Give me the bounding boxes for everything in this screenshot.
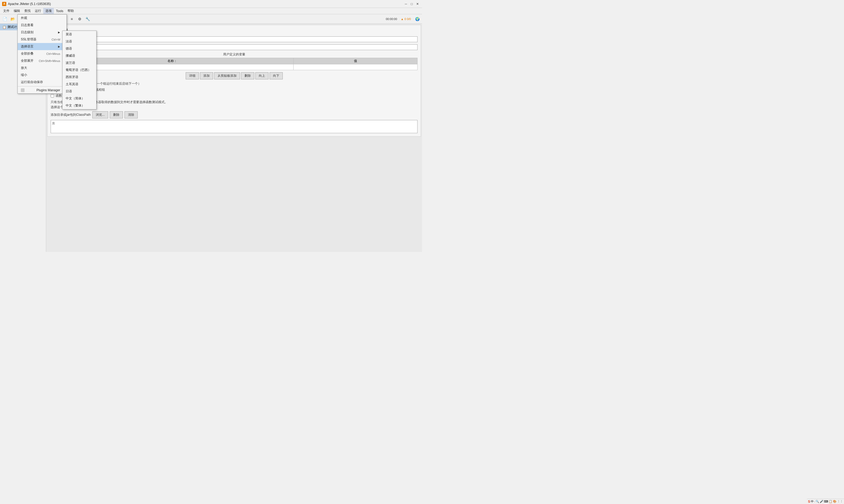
- menu-log-viewer[interactable]: 日志查看: [18, 22, 67, 29]
- detail-button[interactable]: 详细: [186, 72, 199, 79]
- name-input[interactable]: [63, 36, 417, 42]
- open-button[interactable]: 📂: [9, 15, 16, 23]
- user-vars-title: 用户定义的变量: [51, 52, 417, 57]
- menu-edit[interactable]: 编辑: [12, 8, 22, 14]
- lang-tr[interactable]: 土耳其语: [62, 81, 96, 88]
- classpath-clear-button[interactable]: 清除: [125, 111, 138, 119]
- title-bar: A Apache JMeter (5.1 r1853635) ─ □ ✕: [0, 0, 422, 8]
- menu-bar: 文件 编辑 查找 运行 选项 Tools 帮助: [0, 8, 422, 14]
- maximize-button[interactable]: □: [409, 2, 414, 6]
- browse-button[interactable]: 浏览...: [92, 111, 108, 119]
- menu-run[interactable]: 运行: [33, 8, 43, 14]
- add-button[interactable]: 添加: [200, 72, 213, 79]
- menu-search[interactable]: 查找: [22, 8, 33, 14]
- checkbox3-row: 函数测试模式: [51, 94, 417, 98]
- checkbox2-row: 主线程结束后运行 tearDown线程组: [51, 88, 417, 92]
- classpath-delete-button[interactable]: 删除: [110, 111, 123, 119]
- window-title: Apache JMeter (5.1 r1853635): [8, 2, 51, 6]
- close-button[interactable]: ✕: [415, 2, 420, 6]
- lang-submenu: 英语 法语 德语 挪威语 波兰语 葡萄牙语（巴西） 西班牙语 土耳其语 日语 中…: [62, 31, 96, 109]
- lang-pl[interactable]: 波兰语: [62, 59, 96, 67]
- toolbar-status: 00:00:00 ▲ 0 0/0 🌍: [385, 15, 421, 23]
- menu-plugins-manager[interactable]: Plugins Manager: [18, 87, 67, 93]
- menu-autosave[interactable]: 运行前自动保存: [18, 78, 67, 86]
- minimize-button[interactable]: ─: [403, 2, 408, 6]
- delete-button[interactable]: 删除: [241, 72, 254, 79]
- lang-de[interactable]: 德语: [62, 45, 96, 52]
- lang-fr[interactable]: 法语: [62, 38, 96, 45]
- lang-no[interactable]: 挪威语: [62, 52, 96, 59]
- menu-log-filter[interactable]: 日志级别 ▶: [18, 29, 67, 36]
- status-warning: ▲ 0 0/0: [400, 17, 412, 21]
- options-menu: 外观 日志查看 日志级别 ▶ SSL管理器 Ctrl+M 选择语言 ▶ 全部折叠…: [17, 14, 67, 94]
- lang-zh-tw[interactable]: 中文（繁体）: [62, 102, 96, 109]
- menu-tools[interactable]: Tools: [54, 8, 66, 14]
- list-btn[interactable]: ≡: [68, 15, 75, 23]
- menu-help[interactable]: 帮助: [66, 8, 76, 14]
- ssl-shortcut: Ctrl+M: [52, 38, 60, 41]
- app-icon: A: [2, 2, 6, 6]
- name-field-row: 名称：: [51, 36, 417, 42]
- menu-appearance[interactable]: 外观: [18, 15, 67, 22]
- log-filter-arrow: ▶: [58, 31, 60, 34]
- lang-arrow: ▶: [58, 45, 60, 48]
- lang-en[interactable]: 英语: [62, 31, 96, 38]
- col-value-header: 值: [293, 58, 417, 64]
- table-cell-value: [293, 64, 417, 70]
- user-vars-table: 名称： 值: [51, 58, 417, 70]
- checkbox3[interactable]: [51, 94, 54, 97]
- menu-collapse-all[interactable]: 全部折叠 Ctrl+Minus: [18, 50, 67, 57]
- lang-es[interactable]: 西班牙语: [62, 74, 96, 81]
- add-clipboard-button[interactable]: 从剪贴板添加: [214, 72, 240, 79]
- comments-field-row: 注释：: [51, 44, 417, 50]
- classpath-row: 添加目录或jar包到ClassPath 浏览... 删除 清除: [51, 111, 417, 119]
- lib-area: 库: [51, 120, 417, 133]
- info-text: 只有当你需要记录每个请求从服务器取得的数据到文件时才需要选择函数测试模式。 选择…: [51, 100, 417, 110]
- menu-file[interactable]: 文件: [1, 8, 12, 14]
- up-button[interactable]: 向上: [255, 72, 269, 79]
- down-button[interactable]: 向下: [270, 72, 283, 79]
- new-button[interactable]: 📄: [1, 15, 8, 23]
- classpath-label: 添加目录或jar包到ClassPath: [51, 113, 91, 117]
- expand-shortcut: Ctrl+Shift+Minus: [39, 59, 60, 62]
- lang-zh-cn[interactable]: 中文（简体）: [62, 95, 96, 102]
- plugins-icon: [21, 88, 24, 92]
- action-buttons-row: 详细 添加 从剪贴板添加 删除 向上 向下: [51, 72, 417, 79]
- menu-separator: [18, 86, 67, 87]
- menu-choose-lang[interactable]: 选择语言 ▶: [18, 43, 67, 50]
- right-panel: 测试计划 名称： 注释： 用户定义的变量 名称： 值: [46, 24, 422, 252]
- lib-label: 库: [52, 122, 55, 125]
- menu-expand-all[interactable]: 全部展开 Ctrl+Shift+Minus: [18, 57, 67, 64]
- content-area: 测试计划 名称： 注释： 用户定义的变量 名称： 值: [47, 25, 421, 137]
- menu-options[interactable]: 选项: [43, 8, 54, 14]
- lang-pt-br[interactable]: 葡萄牙语（巴西）: [62, 67, 96, 74]
- lang-ja[interactable]: 日语: [62, 88, 96, 95]
- test-plan-icon: 📋: [2, 25, 6, 29]
- remote-status-button[interactable]: 🌍: [414, 15, 421, 23]
- menu-ssl-manager[interactable]: SSL管理器 Ctrl+M: [18, 36, 67, 43]
- section-title: 测试计划: [51, 28, 417, 34]
- comments-input[interactable]: [63, 44, 417, 50]
- checkbox1-row: 独立运行每个线程组（例如在一个组运行结束后启动下一个）: [51, 82, 417, 86]
- collapse-shortcut: Ctrl+Minus: [46, 52, 60, 55]
- window-controls: ─ □ ✕: [403, 2, 420, 6]
- plugin-btn[interactable]: 🔧: [84, 15, 91, 23]
- menu-zoom-in[interactable]: 放大: [18, 64, 67, 71]
- status-time: 00:00:00: [385, 17, 398, 21]
- table-row: [51, 64, 417, 70]
- menu-zoom-out[interactable]: 缩小: [18, 71, 67, 78]
- settings-btn[interactable]: ⚙: [76, 15, 83, 23]
